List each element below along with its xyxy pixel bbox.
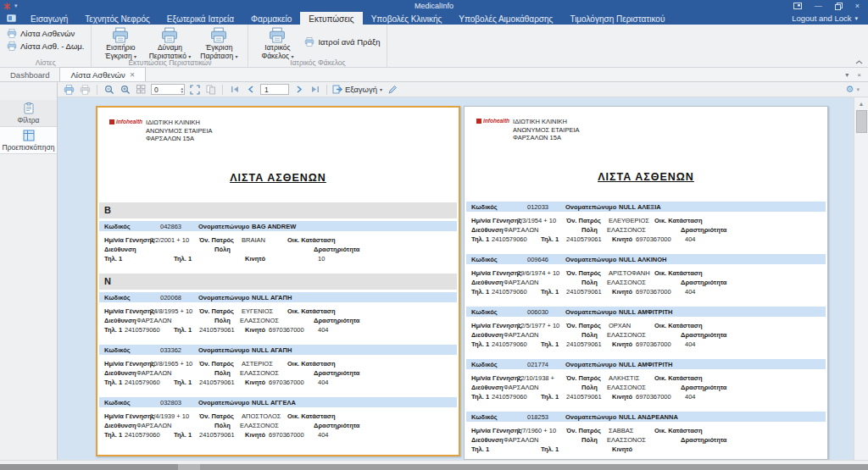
record-row: ΔιεύθυνσηΦΑΡΣΑΛΩΝΠόληΕΛΑΣΣΟΝΟΣΔραστηριότ… <box>99 420 457 429</box>
patient-record: Κωδικός018253ΟνοματεπώνυμοNULL ΑΝΔΡΕΑΝΝΑ… <box>466 412 826 454</box>
marital-label: Οικ. Κατάσταση <box>654 322 702 329</box>
address-value: ΦΑΡΣΑΛΩΝ <box>504 226 538 234</box>
file-menu-icon[interactable] <box>0 12 22 25</box>
menu-tab-4[interactable]: Εκτυπώσεις <box>300 12 362 25</box>
menu-tab-6[interactable]: Υποβολές Αιμοκάθαρσης <box>450 12 561 25</box>
restore-icon[interactable] <box>835 3 843 10</box>
toolbar-separator <box>222 85 223 95</box>
zoom-grid-icon[interactable] <box>135 84 147 96</box>
zoom-percent-input[interactable]: 0 ▴▾ <box>151 84 185 95</box>
code-value: 009646 <box>527 256 548 263</box>
record-header-row: Κωδικός021774ΟνοματεπώνυμοNULL ΑΜΦΙΤΡΙΤΗ <box>466 359 826 369</box>
close-icon[interactable]: × <box>855 3 860 10</box>
printer-icon <box>7 41 17 51</box>
style-icon[interactable] <box>793 3 802 9</box>
doctors-per-act-button[interactable]: Ιατροί ανά Πράξη <box>304 37 380 47</box>
zoom-out-button[interactable] <box>103 84 115 96</box>
tab-list-dropdown-icon[interactable]: ▾ <box>845 72 849 79</box>
printer-icon <box>160 27 179 43</box>
print-button[interactable] <box>63 84 75 96</box>
record-row: Ημ/νία Γέννησης1/4/1939 + 10Όν. ΠατρόςΑΠ… <box>99 411 457 420</box>
menu-tab-7[interactable]: Τιμολόγηση Περιστατικού <box>561 12 673 25</box>
previous-page-button[interactable] <box>244 84 257 96</box>
last-page-button[interactable] <box>309 84 321 96</box>
tab-dashboard[interactable]: Dashboard <box>0 69 59 81</box>
father-label: Όν. Πατρός <box>566 374 601 382</box>
logout-caret-icon: ▾ <box>854 15 858 22</box>
medical-file-button[interactable]: Ιατρικός Φάκελος ▾ <box>255 27 299 61</box>
tel1-value: 2410579060 <box>125 326 160 334</box>
scrollbar-thumb[interactable] <box>856 110 867 133</box>
tel1-value: 2410579060 <box>125 431 160 439</box>
sidebar-item-preview[interactable]: Προεπισκόπηση <box>0 127 57 154</box>
record-row: Ημ/νία Γέννησης7/3/1954 + 10Όν. ΠατρόςΕΛ… <box>466 215 826 224</box>
menu-tab-5[interactable]: Υποβολές Κλινικής <box>363 12 451 25</box>
tel1-label: Τηλ. 1 <box>471 288 489 296</box>
patient-record: Κωδικός012033ΟνοματεπώνυμοNULL ΑΛΕΞΙΑΗμ/… <box>466 202 826 244</box>
group-label-case-prints: Εκτυπώσεις Περιστατικών <box>92 58 248 67</box>
case-force-button[interactable]: Δύναμη Περιστατικό ▾ <box>147 27 192 61</box>
next-page-button[interactable] <box>292 84 305 96</box>
code-label: Κωδικός <box>471 256 498 263</box>
page-number-input[interactable]: 1 <box>260 84 289 95</box>
fit-page-button[interactable] <box>188 84 201 96</box>
name-value: NULL ΑΛΕΞΙΑ <box>619 203 661 211</box>
tab-close-icon[interactable]: ✕ <box>130 71 136 79</box>
menu-tab-0[interactable]: Εισαγωγή <box>22 12 76 25</box>
admission-approval-button[interactable]: Εισιτήριο Έγκριση ▾ <box>98 27 142 61</box>
patient-record: Κωδικός042863ΟνοματεπώνυμοBAG ANDREWΗμ/ν… <box>99 221 457 263</box>
record-header-row: Κωδικός009646ΟνοματεπώνυμοNULL ΑΛΚΙΝΟΗ <box>466 254 826 264</box>
report-page-2[interactable]: infohealth ΙΔΙΩΤΙΚΗ ΚΛΙΝΙΚΗ ΑΝΩΝΥΜΟΣ ΕΤΑ… <box>464 106 828 460</box>
city-label: Πόλη <box>214 422 231 429</box>
export-button[interactable]: Εξαγωγή ▾ <box>332 85 382 94</box>
scroll-up-icon[interactable]: ▲ <box>855 97 868 110</box>
father-label: Όν. Πατρός <box>566 427 601 434</box>
spin-down-icon[interactable]: ▾ <box>181 90 183 93</box>
edit-button[interactable] <box>386 84 398 96</box>
record-row: ΔιεύθυνσηΦΑΡΣΑΛΩΝΠόληΕΛΑΣΣΟΝΟΣΔραστηριότ… <box>99 368 457 377</box>
tel2-value: 2410579061 <box>566 235 602 243</box>
tel1-label: Τηλ. 1 <box>541 340 559 348</box>
name-label: Ονοματεπώνυμο <box>565 413 616 421</box>
name-value: NULL ΑΜΦΙΤΡΙΤΗ <box>619 361 673 368</box>
extension-approval-button[interactable]: Έγκριση Παράταση ▾ <box>197 27 241 61</box>
vertical-scrollbar[interactable]: ▲ <box>854 97 868 460</box>
zoom-percent-value: 0 <box>154 86 159 94</box>
multi-page-button[interactable] <box>204 84 217 96</box>
settings-gear-icon[interactable]: ⚙ <box>846 85 854 94</box>
printer-icon <box>111 27 130 43</box>
name-value: NULL ΑΝΔΡΕΑΝΝΑ <box>619 413 678 421</box>
logout-button[interactable]: Logout and Lock ▾ <box>792 12 868 25</box>
menu-tab-1[interactable]: Τεχνητός Νεφρός <box>76 12 159 25</box>
menu-tab-2[interactable]: Εξωτερικά Ιατρεία <box>159 12 242 25</box>
patient-room-list-button[interactable]: Λίστα Ασθ. - Δωμ. <box>7 41 84 51</box>
menu-tab-3[interactable]: Φαρμακείο <box>242 12 300 25</box>
city-label: Πόλη <box>581 436 598 444</box>
first-page-button[interactable] <box>228 84 241 96</box>
activity-label: Δραστηριότητα <box>681 279 726 286</box>
sidebar-item-filters-label: Φίλτρα <box>17 116 39 124</box>
record-header-row: Κωδικός042863ΟνοματεπώνυμοBAG ANDREW <box>99 221 457 231</box>
zoom-in-button[interactable] <box>119 84 131 96</box>
father-value: ΕΥΓΕΝΙΟΣ <box>242 307 273 315</box>
settings-caret-icon[interactable]: ▾ <box>856 86 860 93</box>
father-label: Όν. Πατρός <box>566 269 601 277</box>
extension-approval-line1: Έγκριση <box>206 44 233 52</box>
tel1-value: 2410579060 <box>492 393 527 401</box>
marital-label: Οικ. Κατάσταση <box>287 236 335 244</box>
patient-list-button[interactable]: Λίστα Ασθενών <box>7 29 84 38</box>
tab-bar-close-icon[interactable]: × <box>857 72 861 79</box>
collapse-ribbon-icon[interactable] <box>855 60 863 64</box>
name-value: NULL ΑΓΑΠΗ <box>252 294 292 301</box>
father-value: ΕΛΕΥΘΕΡΙΟΣ <box>609 217 649 224</box>
mobile-label: Κινητό <box>245 379 265 386</box>
quick-print-button[interactable] <box>79 84 92 96</box>
minimize-icon[interactable]: — <box>815 3 822 10</box>
patient-record: Κωδικός021774ΟνοματεπώνυμοNULL ΑΜΦΙΤΡΙΤΗ… <box>466 359 826 401</box>
tab-patient-list[interactable]: Λίστα Ασθενών ✕ <box>59 67 146 81</box>
report-page-2-body: Κωδικός012033ΟνοματεπώνυμοNULL ΑΛΕΞΙΑΗμ/… <box>466 202 826 454</box>
report-page-1[interactable]: infohealth ΙΔΙΩΤΙΚΗ ΚΛΙΝΙΚΗ ΑΝΩΝΥΜΟΣ ΕΤΑ… <box>96 106 460 456</box>
name-label: Ονοματεπώνυμο <box>198 399 249 406</box>
sidebar-item-filters[interactable]: Φίλτρα <box>0 100 57 127</box>
mobile-value: 6970367000 <box>636 393 671 401</box>
